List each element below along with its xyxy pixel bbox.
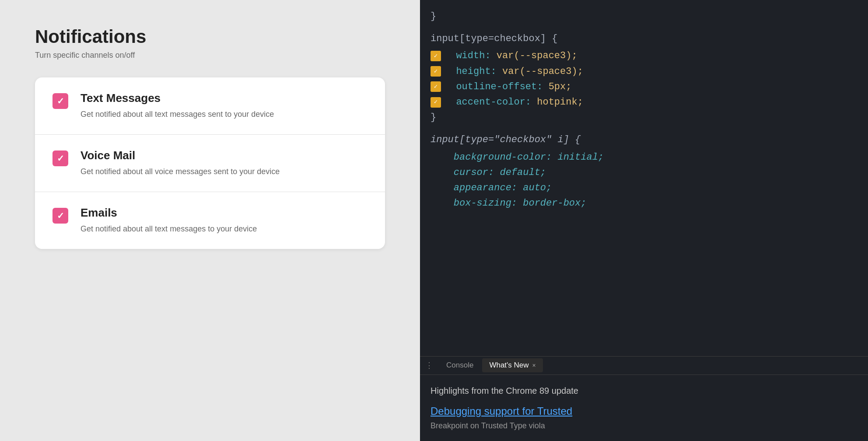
code-property: box-sizing: [430,196,523,211]
checkbox-voice-mail[interactable] [52,150,68,166]
page-subtitle: Turn specific channels on/off [35,51,385,60]
page-title: Notifications [35,26,385,47]
devtools-tabs-bar: ⋮ Console What's New × [420,357,868,375]
code-line-selector-italic: input[type="checkbox" i] { [430,132,858,147]
code-value: 5px; [549,79,572,94]
code-line: appearance: auto; [430,180,858,196]
code-value: border-box; [523,196,586,211]
code-property: appearance: [430,180,523,196]
checkbox-text-messages[interactable] [52,93,68,109]
code-line: } [430,9,858,24]
tab-console[interactable]: Console [439,358,480,372]
code-value: hotpink; [537,94,583,110]
code-line: background-color: initial; [430,150,858,165]
devtools-code-panel: } input[type=checkbox] { width: var(--sp… [420,0,868,356]
code-property: outline-offset: [444,79,549,94]
whats-new-desc: Breakpoint on Trusted Type viola [430,420,858,432]
code-value: initial; [557,150,604,165]
tab-close-icon[interactable]: × [532,362,536,369]
notification-text-messages: Text Messages Get notified about all tex… [80,91,274,120]
tab-menu-dots[interactable]: ⋮ [425,360,434,370]
code-line: cursor: default; [430,165,858,180]
list-item: Text Messages Get notified about all tex… [35,77,385,135]
code-property: height: [444,64,502,79]
checkbox-emails[interactable] [52,208,68,224]
whats-new-link[interactable]: Debugging support for Trusted [430,403,858,420]
code-property: cursor: [430,165,500,180]
code-property: background-color: [430,150,557,165]
left-panel: Notifications Turn specific channels on/… [0,0,420,441]
checked-icon [430,51,441,61]
code-value: var(--space3); [502,64,583,79]
code-selector: input[type=checkbox] { [430,31,557,46]
checked-icon [430,97,441,108]
whats-new-content: Highlights from the Chrome 89 update Deb… [420,375,868,441]
whats-new-intro: Highlights from the Chrome 89 update [430,384,858,398]
list-item: Emails Get notified about all text messa… [35,192,385,249]
code-line: } [430,110,858,125]
notification-emails: Emails Get notified about all text messa… [80,206,257,235]
devtools-bottom: ⋮ Console What's New × Highlights from t… [420,356,868,441]
code-brace: } [430,9,436,24]
notification-card: Text Messages Get notified about all tex… [35,77,385,249]
notification-voice-mail: Voice Mail Get notified about all voice … [80,149,280,178]
code-line: width: var(--space3); [430,48,858,63]
list-item: Voice Mail Get notified about all voice … [35,135,385,192]
code-line: box-sizing: border-box; [430,196,858,211]
code-line: height: var(--space3); [430,64,858,79]
code-value: auto; [523,180,552,196]
code-value: default; [500,165,546,180]
code-property: width: [444,48,497,63]
right-panel: } input[type=checkbox] { width: var(--sp… [420,0,868,441]
checked-icon [430,81,441,92]
code-line: accent-color: hotpink; [430,94,858,110]
tab-whats-new-label: What's New [489,361,528,370]
code-brace: } [430,110,436,125]
code-value: var(--space3); [497,48,578,63]
checked-icon [430,66,441,77]
code-property: accent-color: [444,94,537,110]
tab-whats-new[interactable]: What's New × [482,358,542,372]
code-selector: input[type="checkbox" i] { [430,132,581,147]
code-line-selector: input[type=checkbox] { [430,31,858,46]
code-line: outline-offset: 5px; [430,79,858,94]
